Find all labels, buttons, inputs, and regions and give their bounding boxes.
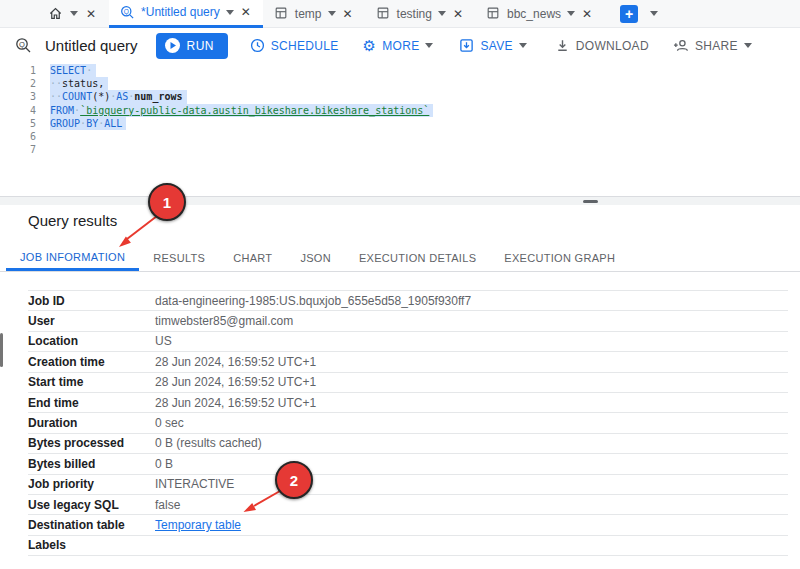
selected-code: SELECT· <box>50 64 96 77</box>
results-tab-execution-graph[interactable]: EXECUTION GRAPH <box>490 245 629 271</box>
temporary-table-link[interactable]: Temporary table <box>155 518 241 532</box>
close-icon[interactable]: ✕ <box>342 8 354 20</box>
results-tab-results[interactable]: RESULTS <box>139 245 219 271</box>
row-value: timwebster85@gmail.com <box>155 314 293 328</box>
table-row: Job ID data-engineering-1985:US.bquxjob_… <box>28 290 788 310</box>
save-button[interactable]: SAVE <box>459 38 526 53</box>
line-number: 6 <box>0 130 50 143</box>
results-tab-job-information[interactable]: JOB INFORMATION <box>6 245 139 271</box>
editor-tab--untitled-query[interactable]: Q *Untitled query ✕ <box>109 0 263 28</box>
editor-tab-bar: ✕ Q *Untitled query ✕ temp ✕ testing ✕ b… <box>0 0 800 28</box>
row-label: Creation time <box>28 355 155 369</box>
row-label: End time <box>28 396 155 410</box>
table-row: Use legacy SQL false <box>28 494 788 514</box>
download-icon <box>555 38 570 53</box>
table-icon <box>486 6 501 21</box>
close-icon[interactable]: ✕ <box>581 8 593 20</box>
table-row: Duration 0 sec <box>28 412 788 432</box>
selected-code: ··status, <box>50 77 108 90</box>
close-icon[interactable]: ✕ <box>452 8 464 20</box>
editor-line-7[interactable]: 7 <box>0 143 800 156</box>
editor-tab-bbc-news[interactable]: bbc_news ✕ <box>475 0 604 28</box>
row-value: 28 Jun 2024, 16:59:52 UTC+1 <box>155 396 316 410</box>
chevron-down-icon[interactable] <box>70 11 78 16</box>
table-row: Job priority INTERACTIVE <box>28 474 788 494</box>
table-row: Location US <box>28 331 788 351</box>
share-button[interactable]: SHARE <box>673 38 752 53</box>
run-button[interactable]: RUN <box>156 33 228 59</box>
editor-line-2[interactable]: 2··status, <box>0 77 800 90</box>
line-number: 2 <box>0 77 50 90</box>
query-magnifier-icon: Q <box>15 37 32 54</box>
editor-tab-temp[interactable]: temp ✕ <box>263 0 365 28</box>
annotation-circle-2: 2 <box>275 461 313 499</box>
line-number: 7 <box>0 143 50 156</box>
play-icon <box>164 37 181 54</box>
row-label: Destination table <box>28 518 155 532</box>
editor-line-4[interactable]: 4FROM·`bigquery-public-data.austin_bikes… <box>0 104 800 117</box>
table-row: Destination table Temporary table <box>28 514 788 534</box>
row-value: US <box>155 334 172 348</box>
close-icon[interactable]: ✕ <box>240 6 252 18</box>
table-row: Bytes processed 0 B (results cached) <box>28 433 788 453</box>
row-label: Labels <box>28 538 155 552</box>
editor-line-6[interactable]: 6 <box>0 130 800 143</box>
left-scrollbar-thumb[interactable] <box>0 333 3 367</box>
results-tab-bar: JOB INFORMATION RESULTS CHART JSON EXECU… <box>0 245 800 272</box>
editor-line-3[interactable]: 3··COUNT(*)·AS·num_rows <box>0 90 800 103</box>
table-row: Creation time 28 Jun 2024, 16:59:52 UTC+… <box>28 351 788 371</box>
row-label: Use legacy SQL <box>28 498 155 512</box>
row-value: data-engineering-1985:US.bquxjob_655e5d5… <box>155 294 471 308</box>
job-information-table: Job ID data-engineering-1985:US.bquxjob_… <box>28 290 788 556</box>
table-row: Bytes billed 0 B <box>28 453 788 473</box>
new-tab-chevron-down-icon[interactable] <box>650 11 658 16</box>
row-value: 28 Jun 2024, 16:59:52 UTC+1 <box>155 375 316 389</box>
results-tab-chart[interactable]: CHART <box>219 245 286 271</box>
results-tab-execution-details[interactable]: EXECUTION DETAILS <box>345 245 490 271</box>
editor-tab-testing[interactable]: testing ✕ <box>365 0 475 28</box>
table-icon <box>376 6 391 21</box>
tab-label: *Untitled query <box>141 5 220 19</box>
row-label: Bytes processed <box>28 436 155 450</box>
query-toolbar: Q Untitled query RUN SCHEDULE ⚙ MORE SAV… <box>0 29 800 62</box>
selected-code: GROUP·BY·ALL <box>50 117 126 130</box>
chevron-down-icon[interactable] <box>438 11 446 16</box>
download-button[interactable]: DOWNLOAD <box>555 38 649 53</box>
results-tab-json[interactable]: JSON <box>286 245 345 271</box>
row-value: 28 Jun 2024, 16:59:52 UTC+1 <box>155 355 316 369</box>
svg-text:Q: Q <box>19 40 25 49</box>
chevron-down-icon <box>744 43 752 48</box>
line-number: 4 <box>0 104 50 117</box>
more-button[interactable]: ⚙ MORE <box>363 38 434 53</box>
clock-icon <box>250 38 265 53</box>
sql-editor[interactable]: 1SELECT·2··status,3··COUNT(*)·AS·num_row… <box>0 62 800 198</box>
row-value: 0 B <box>155 457 173 471</box>
chevron-down-icon[interactable] <box>567 11 575 16</box>
editor-line-1[interactable]: 1SELECT· <box>0 64 800 77</box>
close-icon[interactable]: ✕ <box>85 8 97 20</box>
editor-line-5[interactable]: 5GROUP·BY·ALL <box>0 117 800 130</box>
new-tab-button[interactable]: + <box>620 5 638 23</box>
chevron-down-icon[interactable] <box>226 10 234 15</box>
line-number: 1 <box>0 64 50 77</box>
row-label: Job priority <box>28 477 155 491</box>
resize-drag-handle[interactable] <box>583 200 598 203</box>
table-row: Start time 28 Jun 2024, 16:59:52 UTC+1 <box>28 372 788 392</box>
query-results-heading: Query results <box>28 212 117 229</box>
tab-strip: Q *Untitled query ✕ temp ✕ testing ✕ bbc… <box>109 0 604 28</box>
row-value: false <box>155 498 180 512</box>
row-value: 0 sec <box>155 416 184 430</box>
row-label: User <box>28 314 155 328</box>
person-add-icon <box>673 38 689 53</box>
chevron-down-icon <box>519 43 527 48</box>
query-title: Untitled query <box>45 37 138 54</box>
chevron-down-icon[interactable] <box>328 11 336 16</box>
line-number: 5 <box>0 117 50 130</box>
home-icon <box>48 6 63 21</box>
row-value: Temporary table <box>155 518 241 532</box>
home-tab[interactable]: ✕ <box>0 6 109 21</box>
schedule-button[interactable]: SCHEDULE <box>250 38 339 53</box>
line-number: 3 <box>0 90 50 103</box>
gear-icon: ⚙ <box>363 38 377 53</box>
row-label: Bytes billed <box>28 457 155 471</box>
